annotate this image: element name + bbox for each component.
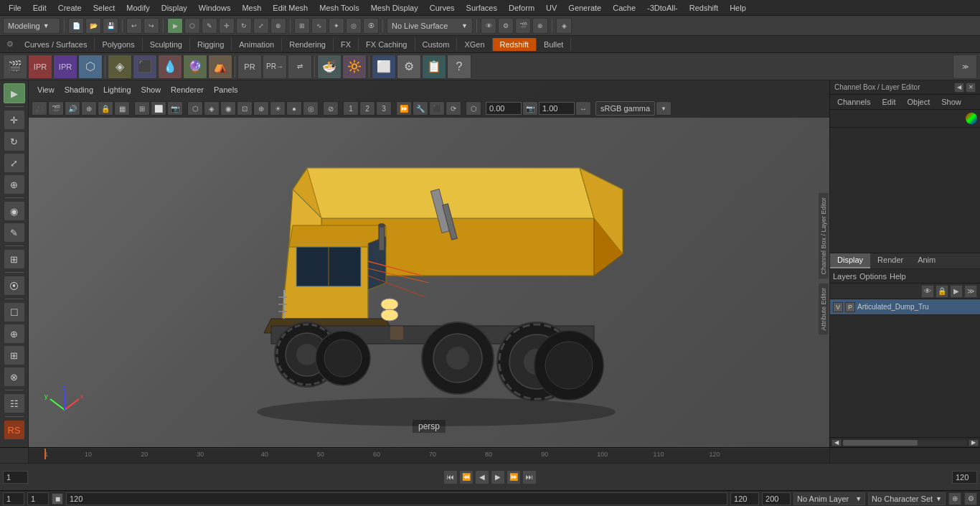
vp-shade2-btn[interactable]: ◈ — [204, 101, 220, 116]
select-mode-btn[interactable]: ▶ — [4, 83, 25, 103]
layer-p-btn[interactable]: P — [845, 302, 855, 312]
vp-grid-btn[interactable]: ⊞ — [134, 101, 150, 116]
menu-surfaces[interactable]: Surfaces — [461, 2, 503, 14]
no-anim-layer-dropdown[interactable]: No Anim Layer ▼ — [793, 492, 865, 505]
ipr-btn[interactable]: ⚙ — [498, 18, 514, 34]
color-swatch[interactable] — [966, 113, 977, 124]
vp-cursor-btn[interactable]: ⊕ — [81, 101, 97, 116]
save-scene-btn[interactable]: 💾 — [103, 18, 118, 34]
layer-visibility-all-btn[interactable]: 👁 — [921, 285, 934, 298]
universal-manip-btn[interactable]: ⊕ — [270, 18, 286, 34]
shelf-tab-xgen[interactable]: XGen — [457, 38, 492, 51]
shelf-tab-animation[interactable]: Animation — [232, 38, 282, 51]
help-menu-btn[interactable]: Help — [890, 272, 906, 281]
vp-menu-show[interactable]: Show — [137, 84, 166, 95]
right-panel-hscroll[interactable]: ◀ ▶ — [830, 437, 980, 447]
vp-sel-btn[interactable]: ▦ — [114, 101, 130, 116]
vp-res-low[interactable]: 1 — [343, 101, 359, 116]
menu-display[interactable]: Display — [156, 2, 193, 14]
vp-menu-panels[interactable]: Panels — [209, 84, 242, 95]
vp-wire-btn[interactable]: ⊡ — [237, 101, 253, 116]
menu-help[interactable]: Help — [724, 2, 752, 14]
shelf-icon-8[interactable]: 🔮 — [183, 55, 207, 79]
no-live-surface-dropdown[interactable]: No Live Surface ▼ — [387, 18, 473, 34]
layers-menu-btn[interactable]: Layers — [833, 272, 857, 281]
layer-item-truck[interactable]: V P Articulated_Dump_Tru — [830, 299, 980, 315]
shelf-icon-3[interactable]: IPR — [53, 55, 77, 79]
menu-edit[interactable]: Edit — [27, 2, 52, 14]
move-tool-btn[interactable]: ✛ — [4, 110, 25, 130]
time-editor-btn[interactable]: ⊗ — [4, 367, 25, 387]
shelf-icon-13[interactable]: 🍜 — [317, 55, 341, 79]
shelf-icon-12[interactable]: ⇌ — [288, 55, 312, 79]
range-start2-field[interactable] — [27, 492, 49, 505]
step-fwd-btn[interactable]: ⏩ — [507, 470, 521, 484]
vp-cam-options-btn[interactable]: 📷 — [167, 101, 183, 116]
shelf-expand-btn[interactable]: ≫ — [953, 55, 977, 79]
menu-mesh-display[interactable]: Mesh Display — [365, 2, 424, 14]
vp-ao-btn[interactable]: ◎ — [303, 101, 319, 116]
shelf-icon-9[interactable]: ⛺ — [208, 55, 232, 79]
channels-tab[interactable]: Channels — [833, 96, 875, 108]
snap-live-btn[interactable]: ⦿ — [363, 18, 379, 34]
current-frame-field[interactable] — [3, 471, 28, 484]
vp-film-btn[interactable]: 🎬 — [48, 101, 64, 116]
vp-camera-value[interactable] — [486, 102, 522, 115]
rotate-btn[interactable]: ↻ — [236, 18, 252, 34]
play-back-btn[interactable]: ◀ — [475, 470, 489, 484]
layer-lock-all-btn[interactable]: 🔒 — [936, 285, 948, 298]
vp-menu-renderer[interactable]: Renderer — [166, 84, 208, 95]
open-scene-btn[interactable]: 📂 — [85, 18, 101, 34]
panel-close-btn[interactable]: ✕ — [966, 83, 976, 93]
shelf-icon-6[interactable]: ⬛ — [133, 55, 157, 79]
shelf-tab-redshift[interactable]: Redshift — [493, 38, 537, 51]
vp-color-space[interactable]: sRGB gamma — [595, 101, 655, 116]
shelf-tab-sculpting[interactable]: Sculpting — [143, 38, 190, 51]
vp-rigging-btn[interactable]: 🔧 — [413, 101, 428, 116]
redshift-logo-btn[interactable]: RS — [4, 420, 25, 440]
menu-3dto-all[interactable]: -3DtoAll- — [641, 2, 684, 14]
step-back-btn[interactable]: ⏪ — [459, 470, 473, 484]
render-preview-btn[interactable]: 👁 — [481, 18, 496, 34]
render-seq-btn[interactable]: 🎬 — [515, 18, 531, 34]
shelf-icon-1[interactable]: 🎬 — [3, 55, 27, 79]
range-start-field[interactable] — [3, 492, 24, 505]
vp-isolate-btn[interactable]: ⊘ — [323, 101, 339, 116]
layer-options-btn[interactable]: ≫ — [964, 285, 977, 298]
shelf-icon-11[interactable]: PR→ — [263, 55, 287, 79]
universal-tool-btn[interactable]: ⊕ — [4, 174, 25, 195]
char-set-icon-2[interactable]: ⚙ — [964, 492, 977, 505]
options-menu-btn[interactable]: Options — [859, 272, 887, 281]
edit-tab[interactable]: Edit — [877, 96, 900, 108]
lasso-select-btn[interactable]: ⬡ — [184, 18, 200, 34]
component-mode-btn[interactable]: ⊞ — [4, 249, 25, 269]
vp-lock-btn[interactable]: 🔒 — [98, 101, 113, 116]
menu-cache[interactable]: Cache — [607, 2, 641, 14]
vp-uv-btn[interactable]: ⬛ — [429, 101, 445, 116]
attr-editor-side-tab[interactable]: Attribute Editor — [819, 283, 829, 336]
menu-modify[interactable]: Modify — [121, 2, 155, 14]
vp-res-med[interactable]: 2 — [359, 101, 375, 116]
hscroll-track[interactable] — [843, 440, 967, 446]
menu-generate[interactable]: Generate — [562, 2, 607, 14]
no-character-set-dropdown[interactable]: No Character Set ▼ — [868, 492, 946, 505]
shelf-icon-16[interactable]: ⚙ — [397, 55, 421, 79]
vp-color-space-dropdown[interactable]: ▼ — [656, 101, 672, 116]
scroll-left-btn[interactable]: ◀ — [831, 439, 842, 446]
mode-dropdown[interactable]: Modeling ▼ — [3, 18, 60, 34]
undo-btn[interactable]: ↩ — [126, 18, 142, 34]
menu-uv[interactable]: UV — [540, 2, 562, 14]
shelf-tab-rendering[interactable]: Rendering — [282, 38, 334, 51]
scale-tool-btn[interactable]: ⤢ — [4, 153, 25, 173]
vp-frame-btn[interactable]: ⬜ — [151, 101, 166, 116]
menu-mesh[interactable]: Mesh — [236, 2, 267, 14]
vp-light-btn[interactable]: ☀ — [270, 101, 286, 116]
snap-surface-btn[interactable]: ◎ — [346, 18, 362, 34]
panel-collapse-btn[interactable]: ◀ — [954, 83, 964, 93]
new-scene-btn[interactable]: 📄 — [68, 18, 84, 34]
shelf-icon-4[interactable]: ⬡ — [78, 55, 103, 79]
move-btn[interactable]: ✛ — [219, 18, 235, 34]
shelf-tab-custom[interactable]: Custom — [415, 38, 458, 51]
shelf-icon-14[interactable]: 🔆 — [342, 55, 367, 79]
jump-end-btn[interactable]: ⏭ — [522, 470, 537, 484]
